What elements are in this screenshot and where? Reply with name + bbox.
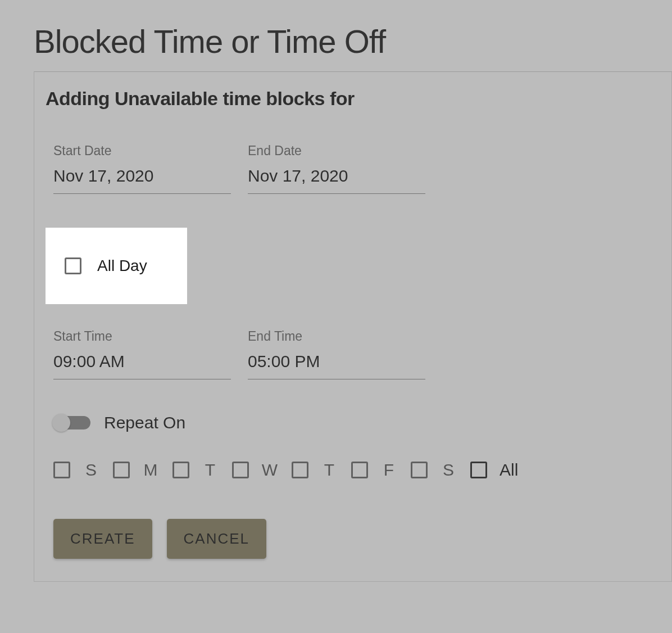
day-fri-checkbox[interactable] bbox=[351, 462, 368, 478]
day-fri[interactable]: F bbox=[351, 460, 397, 480]
all-day-checkbox[interactable] bbox=[65, 257, 81, 274]
days-row: S M T W T F S bbox=[46, 460, 653, 480]
start-date-label: Start Date bbox=[53, 143, 231, 159]
day-sun-label: S bbox=[83, 460, 99, 480]
start-time-input[interactable]: 09:00 AM bbox=[53, 352, 231, 379]
end-date-label: End Date bbox=[248, 143, 425, 159]
repeat-toggle[interactable] bbox=[53, 416, 90, 429]
start-date-input[interactable]: Nov 17, 2020 bbox=[53, 166, 231, 194]
start-date-field: Start Date Nov 17, 2020 bbox=[53, 143, 231, 194]
day-wed-checkbox[interactable] bbox=[232, 462, 249, 478]
repeat-label: Repeat On bbox=[104, 413, 185, 432]
day-all[interactable]: All bbox=[470, 460, 518, 480]
button-row: CREATE CANCEL bbox=[46, 519, 653, 559]
day-fri-label: F bbox=[380, 460, 397, 480]
time-row: Start Time 09:00 AM End Time 05:00 PM bbox=[46, 329, 653, 379]
end-date-input[interactable]: Nov 17, 2020 bbox=[248, 166, 425, 194]
day-thu-checkbox[interactable] bbox=[292, 462, 308, 478]
day-sun[interactable]: S bbox=[53, 460, 99, 480]
day-sun-checkbox[interactable] bbox=[53, 462, 70, 478]
time-block-form: Adding Unavailable time blocks for Start… bbox=[34, 71, 672, 582]
repeat-row: Repeat On bbox=[46, 413, 653, 432]
day-thu[interactable]: T bbox=[292, 460, 338, 480]
create-button[interactable]: CREATE bbox=[53, 519, 152, 559]
day-tue[interactable]: T bbox=[172, 460, 219, 480]
day-mon[interactable]: M bbox=[113, 460, 159, 480]
day-sat[interactable]: S bbox=[411, 460, 457, 480]
page-title: Blocked Time or Time Off bbox=[34, 22, 672, 60]
day-sat-label: S bbox=[440, 460, 457, 480]
day-mon-label: M bbox=[142, 460, 159, 480]
cancel-button[interactable]: CANCEL bbox=[167, 519, 266, 559]
day-tue-label: T bbox=[202, 460, 219, 480]
end-time-label: End Time bbox=[248, 329, 425, 344]
end-time-field: End Time 05:00 PM bbox=[248, 329, 425, 379]
day-wed-label: W bbox=[261, 460, 278, 480]
day-mon-checkbox[interactable] bbox=[113, 462, 130, 478]
day-all-checkbox[interactable] bbox=[470, 462, 487, 478]
day-tue-checkbox[interactable] bbox=[172, 462, 189, 478]
day-wed[interactable]: W bbox=[232, 460, 278, 480]
day-thu-label: T bbox=[321, 460, 338, 480]
day-all-label: All bbox=[500, 460, 518, 480]
start-time-field: Start Time 09:00 AM bbox=[53, 329, 231, 379]
day-sat-checkbox[interactable] bbox=[411, 462, 428, 478]
date-row: Start Date Nov 17, 2020 End Date Nov 17,… bbox=[46, 143, 653, 194]
start-time-label: Start Time bbox=[53, 329, 231, 344]
all-day-option[interactable]: All Day bbox=[46, 228, 187, 304]
end-time-input[interactable]: 05:00 PM bbox=[248, 352, 425, 379]
form-heading: Adding Unavailable time blocks for bbox=[46, 88, 653, 110]
all-day-label: All Day bbox=[97, 257, 147, 275]
end-date-field: End Date Nov 17, 2020 bbox=[248, 143, 425, 194]
toggle-knob-icon bbox=[52, 414, 70, 432]
